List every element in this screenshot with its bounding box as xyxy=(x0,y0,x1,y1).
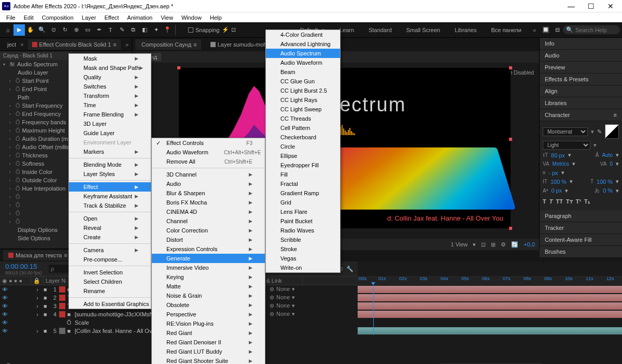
menu-item[interactable]: Fractal xyxy=(266,179,340,188)
menu-item[interactable]: CINEMA 4D▶ xyxy=(152,207,265,216)
all-caps[interactable]: TT xyxy=(556,198,562,205)
menu-item[interactable]: Grid xyxy=(266,198,340,207)
rotate-tool[interactable]: ↻ xyxy=(59,24,70,36)
menu-item[interactable]: Eyedropper Fill xyxy=(266,161,340,170)
panel-brushes[interactable]: Brushes xyxy=(540,246,622,258)
panel-character[interactable]: Character≡ xyxy=(540,109,622,121)
menu-item[interactable]: Scribble xyxy=(266,235,340,244)
menu-item[interactable]: Remove AllCtrl+Shift+E xyxy=(152,157,265,166)
home-tool[interactable]: ⌂ xyxy=(2,24,13,36)
view-dropdown[interactable]: 1 View xyxy=(450,241,468,247)
menu-item[interactable]: CC Glue Gun xyxy=(266,77,340,86)
menu-view[interactable]: View xyxy=(157,13,177,22)
menu-item[interactable]: Keyframe Assistant▶ xyxy=(69,192,151,201)
menu-item[interactable]: Advanced Lightning xyxy=(266,39,340,49)
toolbar-icon-2[interactable]: ⊟ xyxy=(552,24,563,36)
menu-item[interactable]: Cell Pattern xyxy=(266,123,340,133)
timeline-tab[interactable]: Маска для текста ≡ xyxy=(3,250,73,260)
tl-switch[interactable]: 🔧 xyxy=(346,266,354,272)
brush-tool[interactable]: ✎ xyxy=(116,24,128,36)
menu-item[interactable]: Beam xyxy=(266,67,340,77)
menu-item[interactable]: Track & Stabilize▶ xyxy=(69,201,151,210)
menu-item[interactable]: Quality▶ xyxy=(69,72,151,82)
menu-item[interactable]: Create▶ xyxy=(69,232,151,242)
menu-item[interactable]: Transform▶ xyxy=(69,91,151,100)
roto-tool[interactable]: ✦ xyxy=(150,24,162,36)
menu-item[interactable]: Audio▶ xyxy=(152,179,265,188)
menu-item[interactable]: Boris FX Mocha▶ xyxy=(152,198,265,207)
tab-composition[interactable]: Composition Саунд ≡ xyxy=(135,39,201,50)
menu-item[interactable]: Environment Layer xyxy=(69,138,151,147)
zoom-value[interactable]: +0,0 xyxy=(524,241,535,247)
baseline[interactable]: 0 px xyxy=(551,187,562,194)
menu-item[interactable]: Rename xyxy=(69,286,151,296)
clone-tool[interactable]: ⧉ xyxy=(128,24,139,36)
panel-paragraph[interactable]: Paragraph xyxy=(540,210,622,222)
orbit-tool[interactable]: ⊙ xyxy=(48,24,59,36)
menu-item[interactable]: ✓Effect ControlsF3 xyxy=(152,138,265,148)
menu-item[interactable]: Obsolete▶ xyxy=(152,300,265,310)
menu-item[interactable]: Checkerboard xyxy=(266,133,340,142)
menu-item[interactable]: Markers▶ xyxy=(69,147,151,156)
tracking[interactable]: 0 xyxy=(610,161,613,167)
maximize-button[interactable]: ☐ xyxy=(585,2,597,10)
timeline-ruler[interactable]: :00s01s02s03s04s05s06s07s08s09s10s11s12s xyxy=(358,276,622,285)
type-tool[interactable]: T xyxy=(105,24,116,36)
footer-icon[interactable]: ⊞ xyxy=(491,241,496,248)
panel-effects-presets[interactable]: Effects & Presets xyxy=(540,74,622,85)
menu-item[interactable]: Paint Bucket xyxy=(266,216,340,226)
font-family[interactable]: Montserrat xyxy=(543,127,588,136)
hand-tool[interactable]: ✋ xyxy=(25,24,36,36)
hscale[interactable]: 100 % xyxy=(597,179,613,185)
menu-item[interactable]: Blur & Sharpen▶ xyxy=(152,188,265,198)
close-button[interactable]: ✕ xyxy=(604,2,617,10)
timeline-tracks[interactable] xyxy=(358,285,622,335)
menu-item[interactable]: Fill xyxy=(266,170,340,179)
tab-effect-controls[interactable]: Effect Controls Black Solid 1 ≡ xyxy=(28,39,121,50)
playhead[interactable] xyxy=(373,285,374,335)
timecode[interactable]: 0:00:00:15 xyxy=(0,263,47,270)
menu-item[interactable]: Blending Mode▶ xyxy=(69,160,151,169)
menu-item[interactable]: Keying▶ xyxy=(152,272,265,282)
stroke-width[interactable]: - px xyxy=(549,170,558,176)
workspace-standard[interactable]: Standard xyxy=(366,27,394,33)
subscript[interactable]: T₁ xyxy=(584,198,590,205)
workspace-libraries[interactable]: Libraries xyxy=(453,27,478,33)
menu-item[interactable]: Open▶ xyxy=(69,214,151,223)
menu-item[interactable]: Radio Waves xyxy=(266,226,340,235)
pen-tool[interactable]: ✒ xyxy=(93,24,105,36)
menu-item[interactable]: Color Correction▶ xyxy=(152,226,265,235)
menu-item[interactable]: Red Giant▶ xyxy=(152,328,265,338)
menu-layer[interactable]: Layer xyxy=(78,13,101,22)
eyedropper-icon[interactable]: ✎ xyxy=(597,128,602,135)
rect-tool[interactable]: ▭ xyxy=(82,24,93,36)
menu-item[interactable]: CC Light Rays xyxy=(266,95,340,105)
font-weight[interactable]: Light xyxy=(543,141,590,150)
menu-item[interactable]: Write-on xyxy=(266,263,340,272)
font-size[interactable]: 80 px xyxy=(551,152,565,158)
vscale[interactable]: 100 % xyxy=(550,179,567,185)
menu-item[interactable]: Generate▶ xyxy=(152,254,265,263)
footer-icon[interactable]: ⊡ xyxy=(481,241,486,248)
puppet-tool[interactable]: 📍 xyxy=(162,24,173,36)
faux-italic[interactable]: T xyxy=(549,198,553,205)
panel-audio[interactable]: Audio xyxy=(540,50,622,62)
menu-item[interactable]: Stroke xyxy=(266,244,340,254)
menu-item[interactable]: 3D Channel▶ xyxy=(152,170,265,179)
menu-item[interactable]: Noise & Grain▶ xyxy=(152,291,265,300)
workspace-small[interactable]: Small Screen xyxy=(404,27,442,33)
tab-project[interactable]: ject× xyxy=(3,39,28,50)
menu-item[interactable]: RE:Vision Plug-ins▶ xyxy=(152,319,265,328)
menu-item[interactable]: Channel▶ xyxy=(152,216,265,226)
selection-tool[interactable]: ▶ xyxy=(13,24,25,36)
panel-content-aware[interactable]: Content-Aware Fill xyxy=(540,234,622,246)
tsume[interactable]: 0 % xyxy=(603,187,613,194)
menu-item[interactable]: Immersive Video▶ xyxy=(152,263,265,272)
menu-window[interactable]: Window xyxy=(177,13,206,22)
small-caps[interactable]: Tᴛ xyxy=(566,198,573,205)
menu-item[interactable]: Red Giant Denoiser II▶ xyxy=(152,338,265,347)
snapping-toggle[interactable]: Snapping ⚡⊡ xyxy=(188,26,236,33)
menu-item[interactable]: Mask and Shape Path▶ xyxy=(69,63,151,72)
color-swatch[interactable] xyxy=(605,124,619,139)
timeline-search[interactable] xyxy=(49,265,69,273)
